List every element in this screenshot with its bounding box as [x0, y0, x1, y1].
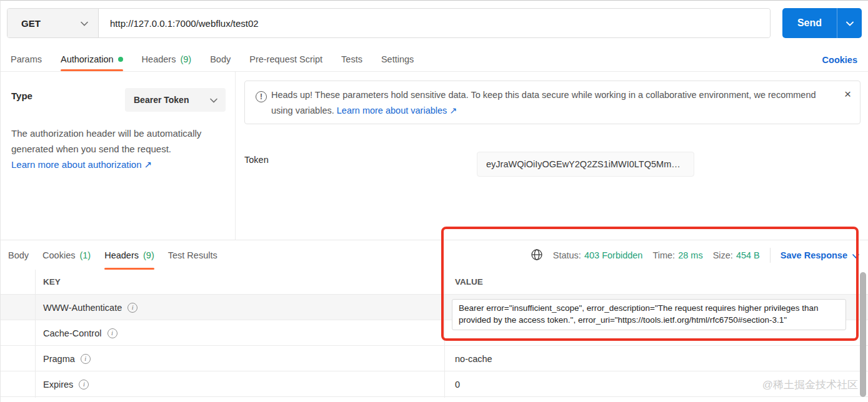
vertical-scrollbar[interactable] — [860, 272, 866, 397]
banner-text: Heads up! These parameters hold sensitiv… — [271, 87, 821, 119]
tab-count: (1) — [79, 250, 91, 260]
token-input[interactable] — [477, 152, 694, 177]
status-label: Status: — [553, 250, 581, 260]
divider — [770, 248, 771, 263]
key-text: Pragma — [43, 354, 75, 364]
time-value: 28 ms — [678, 250, 703, 260]
key-text: WWW-Authenticate — [43, 303, 122, 313]
size-label: Size: — [713, 250, 733, 260]
info-icon[interactable]: i — [81, 354, 91, 364]
tab-label: Headers — [104, 250, 139, 260]
warning-icon: ! — [256, 91, 267, 102]
tab-label: Test Results — [168, 250, 217, 260]
headers-table-header: KEY VALUE — [1, 270, 868, 295]
auth-type-panel: Type Bearer Token The authorization head… — [1, 72, 236, 240]
response-size: Size: 454 B — [713, 250, 760, 260]
tab-body[interactable]: Body — [210, 47, 231, 71]
header-key: Pragma i — [43, 346, 91, 371]
tab-count: (9) — [180, 54, 191, 64]
cookies-link-label: Cookies — [822, 55, 857, 65]
send-button-label: Send — [797, 17, 822, 29]
send-button[interactable]: Send — [782, 8, 837, 38]
save-response-button[interactable]: Save Response — [781, 250, 859, 260]
http-method-value: GET — [21, 18, 41, 29]
link-label: Learn more about authorization — [11, 159, 141, 170]
response-tab-test-results[interactable]: Test Results — [168, 241, 217, 270]
header-key: Expires i — [43, 371, 89, 397]
auth-description: The authorization header will be automat… — [11, 125, 230, 172]
auth-type-select[interactable]: Bearer Token — [125, 88, 226, 112]
tab-authorization[interactable]: Authorization — [61, 47, 123, 71]
tab-params[interactable]: Params — [11, 47, 42, 71]
key-column-header: KEY — [43, 277, 61, 287]
request-tabs: Params Authorization Headers (9) Body Pr… — [1, 47, 868, 72]
table-row-pragma[interactable]: Pragma i no-cache — [1, 346, 868, 371]
value-column-header: VALUE — [455, 277, 483, 287]
auth-type-value: Bearer Token — [134, 95, 189, 105]
tab-label: Headers — [142, 54, 176, 64]
column-divider — [35, 270, 36, 398]
chevron-down-icon — [852, 250, 859, 260]
globe-icon[interactable] — [531, 248, 543, 263]
tab-label: Settings — [381, 54, 414, 64]
cookies-link[interactable]: Cookies — [822, 47, 857, 72]
tab-count: (9) — [143, 250, 154, 260]
www-authenticate-value-box[interactable]: Bearer error="insufficient_scope", error… — [452, 299, 846, 330]
response-time: Time: 28 ms — [652, 250, 702, 260]
tab-label: Pre-request Script — [249, 54, 322, 64]
watermark: @稀土掘金技术社区 — [762, 378, 858, 392]
header-value: no-cache — [455, 346, 492, 371]
tab-label: Params — [11, 54, 42, 64]
learn-more-variables-link[interactable]: Learn more about variables ↗ — [337, 105, 457, 115]
response-tab-body[interactable]: Body — [8, 241, 29, 270]
info-icon[interactable]: i — [107, 328, 117, 338]
link-label: Learn more about variables — [337, 105, 447, 115]
close-icon[interactable]: × — [844, 88, 851, 100]
tab-label: Body — [8, 250, 29, 260]
tab-label: Body — [210, 54, 231, 64]
tab-tests[interactable]: Tests — [341, 47, 362, 71]
table-row-expires[interactable]: Expires i 0 — [1, 371, 868, 397]
header-key: WWW-Authenticate i — [43, 295, 137, 320]
postman-request-view: GET Send Params Authorization Headers (9… — [0, 0, 868, 402]
tab-pre-request-script[interactable]: Pre-request Script — [249, 47, 322, 71]
learn-more-authorization-link[interactable]: Learn more about authorization ↗ — [11, 159, 152, 170]
auth-description-text: The authorization header will be automat… — [11, 128, 201, 154]
chevron-down-icon — [210, 94, 217, 105]
key-text: Expires — [43, 380, 73, 390]
send-button-group: Send — [782, 8, 862, 38]
external-link-icon: ↗ — [144, 159, 152, 170]
tab-settings[interactable]: Settings — [381, 47, 414, 71]
tab-label: Cookies — [42, 250, 75, 260]
url-bar: GET — [7, 8, 771, 38]
info-icon[interactable]: i — [79, 380, 89, 390]
tab-headers[interactable]: Headers (9) — [142, 47, 192, 71]
response-tab-headers[interactable]: Headers (9) — [104, 241, 154, 270]
column-divider — [444, 270, 445, 398]
status-code: Status: 403 Forbidden — [553, 250, 643, 260]
auth-type-label: Type — [11, 91, 32, 101]
response-tabs: Body Cookies (1) Headers (9) Test Result… — [8, 241, 217, 270]
http-method-select[interactable]: GET — [7, 9, 99, 37]
send-options-button[interactable] — [837, 8, 862, 38]
time-label: Time: — [652, 250, 675, 260]
header-key: Cache-Control i — [43, 320, 117, 346]
chevron-down-icon — [846, 17, 854, 29]
tab-label: Tests — [341, 54, 362, 64]
chevron-down-icon — [81, 17, 88, 29]
token-label: Token — [244, 155, 269, 165]
save-response-label: Save Response — [781, 250, 847, 260]
response-tab-cookies[interactable]: Cookies (1) — [42, 241, 91, 270]
header-value: 0 — [455, 371, 460, 397]
response-status-bar: Status: 403 Forbidden Time: 28 ms Size: … — [531, 241, 859, 270]
external-link-icon: ↗ — [449, 105, 457, 115]
response-panel: Body Cookies (1) Headers (9) Test Result… — [1, 240, 868, 402]
request-url-input[interactable] — [99, 9, 770, 37]
key-text: Cache-Control — [43, 328, 102, 338]
auth-configured-dot — [118, 57, 123, 62]
tab-label: Authorization — [61, 54, 114, 64]
status-value: 403 Forbidden — [584, 250, 643, 260]
size-value: 454 B — [736, 250, 760, 260]
sensitive-data-banner: ! Heads up! These parameters hold sensit… — [244, 81, 861, 124]
info-icon[interactable]: i — [127, 303, 137, 313]
